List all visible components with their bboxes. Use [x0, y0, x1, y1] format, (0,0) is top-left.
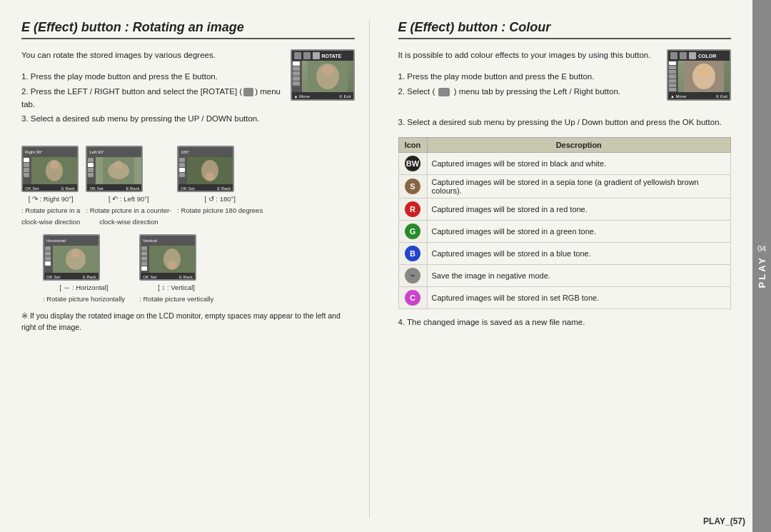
- thumb-left90-desc2: clock-wise direction: [86, 217, 171, 226]
- rotate-screen: ROTATE: [291, 49, 355, 101]
- rotate-thumbnails-row2: Horizontal: [21, 234, 355, 304]
- rotate-thumbnails-row1: Right 90°: [21, 146, 355, 227]
- table-desc-cell: Captured images will be stored in set RG…: [427, 287, 731, 309]
- page-footer: PLAY_(57): [703, 516, 745, 526]
- thumb-horizontal-label: [ ↔ : Horizontal]: [43, 283, 125, 292]
- svg-point-8: [114, 161, 123, 169]
- thumb-right90-label: [ ↷ : Right 90°]: [21, 194, 80, 204]
- table-row: GCaptured images will be stored in a gre…: [398, 221, 731, 243]
- table-icon-cell: B: [398, 243, 427, 265]
- table-icon-cell: S: [398, 175, 427, 199]
- color-icon-bw: BW: [405, 156, 420, 171]
- table-row: BWCaptured images will be stored in blac…: [398, 153, 731, 175]
- right-title: E (Effect) button : Colour: [398, 20, 732, 39]
- left-step-1: 1. Press the play mode button and press …: [21, 70, 282, 83]
- table-row: BCaptured images will be stored in a blu…: [398, 243, 731, 265]
- svg-point-5: [50, 161, 59, 169]
- sidebar-label: PLAY: [757, 256, 767, 288]
- svg-point-2: [322, 66, 333, 76]
- color-icon-s: S: [405, 179, 420, 194]
- right-step-2: 2. Select ( ) menu tab by pressing the L…: [398, 85, 659, 98]
- thumb-left90-desc1: : Rotate picture in a counter-: [86, 206, 171, 215]
- table-icon-cell: ~: [398, 265, 427, 287]
- svg-point-14: [71, 249, 80, 258]
- right-steps-block: It is possible to add colour effects to …: [398, 49, 659, 108]
- right-step3: 3. Select a desired sub menu by pressing…: [398, 116, 732, 129]
- left-title: E (Effect) button : Rotating an image: [21, 20, 355, 39]
- thumb-right90-desc2: clock-wise direction: [21, 217, 80, 226]
- table-header-desc: Descroption: [427, 138, 731, 153]
- left-steps-block: You can rotate the stored images by vari…: [21, 49, 282, 136]
- thumb-180: 180°: [177, 146, 263, 227]
- table-desc-cell: Captured images will be stored in a sepi…: [427, 175, 731, 199]
- thumb-left90-label: [ ↶ : Left 90°]: [86, 194, 171, 204]
- right-step4: 4. The changed image is saved as a new f…: [398, 316, 732, 328]
- table-row: RCaptured images will be stored in a red…: [398, 199, 731, 221]
- left-step-2: 2. Press the LEFT / RIGHT button and sel…: [21, 85, 282, 111]
- color-icon-b: B: [405, 246, 420, 261]
- thumb-vertical-desc: : Rotate picture vertically: [139, 294, 213, 303]
- table-row: CCaptured images will be stored in set R…: [398, 287, 731, 309]
- thumb-horizontal-desc: : Rotate picture horizontally: [43, 294, 125, 303]
- table-desc-cell: Captured images will be stored in black …: [427, 153, 731, 175]
- color-table: Icon Descroption BWCaptured images will …: [398, 137, 732, 309]
- table-icon-cell: G: [398, 221, 427, 243]
- thumb-vertical: Vertical: [139, 234, 213, 304]
- thumb-vertical-label: [ ↕ : Vertical]: [139, 283, 213, 292]
- color-icon-c: C: [405, 290, 420, 306]
- screen-180: 180°: [177, 146, 234, 192]
- svg-point-17: [168, 261, 176, 269]
- right-steps-list: 1. Press the play mode button and press …: [398, 70, 659, 98]
- table-desc-cell: Save the image in negative mode.: [427, 265, 731, 287]
- screen-left90: Left 90°: [86, 146, 143, 192]
- svg-point-11: [206, 172, 214, 181]
- thumb-180-label: [ ↺ : 180°]: [177, 194, 263, 204]
- screen-right90: Right 90°: [21, 146, 79, 192]
- left-note: ※ If you display the rotated image on th…: [21, 311, 355, 333]
- color-icon-r: R: [405, 201, 420, 217]
- table-icon-cell: C: [398, 287, 427, 309]
- table-icon-cell: R: [398, 199, 427, 221]
- colour-screen: COLOR: [667, 49, 731, 101]
- right-section: E (Effect) button : Colour It is possibl…: [391, 20, 732, 518]
- thumb-right90-desc1: : Rotate picture in a: [21, 206, 80, 215]
- left-intro: You can rotate the stored images by vari…: [21, 49, 282, 61]
- svg-point-20: [698, 66, 710, 76]
- right-step-1: 1. Press the play mode button and press …: [398, 70, 659, 83]
- table-row: SCaptured images will be stored in a sep…: [398, 175, 731, 199]
- left-section: E (Effect) button : Rotating an image Yo…: [21, 20, 370, 518]
- table-icon-cell: BW: [398, 153, 427, 175]
- footer-text: PLAY_(57): [703, 516, 745, 526]
- left-step-3: 3. Select a desired sub menu by pressing…: [21, 112, 282, 125]
- table-header-icon: Icon: [398, 138, 427, 153]
- tab-number: 04: [757, 244, 766, 253]
- screen-vertical: Vertical: [139, 234, 196, 281]
- right-intro: It is possible to add colour effects to …: [398, 49, 659, 61]
- table-desc-cell: Captured images will be stored in a red …: [427, 199, 731, 221]
- thumb-left90: Left 90°: [86, 146, 171, 227]
- side-tab: 04 PLAY: [752, 0, 771, 532]
- table-row: ~Save the image in negative mode.: [398, 265, 731, 287]
- table-desc-cell: Captured images will be stored in a gree…: [427, 221, 731, 243]
- thumb-right90: Right 90°: [21, 146, 80, 227]
- color-icon-~: ~: [405, 268, 420, 283]
- screen-horizontal: Horizontal: [43, 234, 100, 281]
- thumb-180-desc1: : Rotate picture 180 degrees: [177, 206, 263, 215]
- thumb-horizontal: Horizontal: [43, 234, 125, 304]
- left-steps-list: 1. Press the play mode button and press …: [21, 70, 282, 126]
- color-icon-g: G: [405, 224, 420, 239]
- table-desc-cell: Captured images will be stored in a blue…: [427, 243, 731, 265]
